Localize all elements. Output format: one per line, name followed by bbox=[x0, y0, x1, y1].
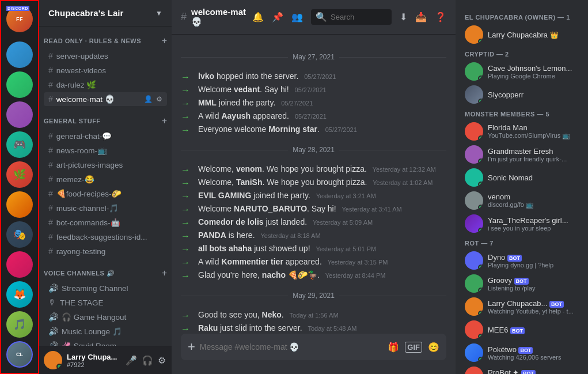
channel-item-food-recipes[interactable]: # 🍕food-recipes-🌮 bbox=[44, 187, 167, 201]
channel-item-memez[interactable]: # memez-😂 bbox=[44, 172, 167, 186]
help-icon[interactable]: ❓ bbox=[435, 12, 446, 22]
channel-item-newest-videos[interactable]: # newest-videos bbox=[44, 63, 167, 77]
member-name: Dyno BOT bbox=[488, 253, 579, 262]
member-item-larry-chupacabra[interactable]: Larry Chupacabra 👑 bbox=[460, 23, 583, 46]
member-item-probot[interactable]: ProBot ✦ BOT Playing !help bbox=[460, 364, 583, 374]
add-channel-button[interactable]: + bbox=[162, 116, 167, 126]
message-arrow-icon: → bbox=[181, 125, 192, 135]
member-name: Slycopperr bbox=[488, 90, 579, 99]
member-avatar bbox=[465, 320, 483, 339]
message-arrow-icon: → bbox=[181, 271, 192, 281]
date-line bbox=[181, 57, 288, 58]
channel-item-music-lounge[interactable]: 🔊 Music Lounge 🎵 bbox=[44, 324, 167, 338]
server-icon[interactable]: 🎭 bbox=[6, 221, 33, 248]
message-row: → all bots ahaha just showed up! Yesterd… bbox=[172, 243, 456, 256]
member-item-cave-johnson[interactable]: Cave Johnson's Lemon... Playing Google C… bbox=[460, 60, 583, 83]
server-icon[interactable]: 🎮 bbox=[6, 131, 33, 158]
category-label: GENERAL STUFF bbox=[44, 118, 101, 124]
message-time: Yesterday at 5:01 PM bbox=[316, 245, 376, 252]
notification-bell-icon[interactable]: 🔔 bbox=[252, 12, 264, 22]
message-content: lvko hopped into the server. 05/27/2021 bbox=[198, 71, 446, 81]
server-icon[interactable] bbox=[6, 71, 33, 98]
server-icon[interactable] bbox=[6, 101, 33, 128]
download-icon[interactable]: ⬇ bbox=[400, 12, 407, 22]
message-arrow-icon: → bbox=[181, 85, 192, 96]
message-content: all bots ahaha just showed up! Yesterday… bbox=[198, 244, 446, 253]
gift-icon[interactable]: 🎁 bbox=[388, 342, 399, 353]
message-content: Welcome, TaniSh. We hope you brought piz… bbox=[198, 177, 446, 187]
add-channel-button[interactable]: + bbox=[162, 268, 167, 278]
member-info: Florida Man YouTube.com/SlumpVirus 📺 bbox=[488, 123, 579, 139]
member-status: Playing Google Chrome bbox=[488, 73, 579, 80]
text-channel-icon: # bbox=[48, 175, 53, 184]
server-icon[interactable] bbox=[6, 191, 33, 218]
settings-button[interactable]: ⚙ bbox=[157, 354, 167, 367]
boost-icon[interactable]: 📌 bbox=[272, 12, 283, 22]
member-name: Pokétwo BOT bbox=[488, 345, 579, 354]
member-name: venom bbox=[488, 192, 579, 201]
channel-item-music-channel[interactable]: # music-channel-🎵 bbox=[44, 201, 167, 215]
member-item-venom[interactable]: venom discord.gg/fo 📺 bbox=[460, 189, 583, 212]
server-icon[interactable]: 🌿 bbox=[6, 161, 33, 188]
channel-item-rayong-testing[interactable]: # rayong-testing bbox=[44, 244, 167, 258]
gif-button[interactable]: GIF bbox=[405, 342, 422, 353]
server-icon[interactable]: 🎵 bbox=[6, 311, 33, 338]
member-status: i see you in your sleep bbox=[488, 225, 579, 232]
channel-name: rayong-testing bbox=[56, 247, 162, 256]
channel-name: welcome-mat 💀 bbox=[56, 95, 141, 104]
member-item-poketwo[interactable]: Pokétwo BOT Watching 426,006 servers bbox=[460, 341, 583, 364]
server-icon[interactable]: CL bbox=[6, 341, 33, 368]
message-time: Yesterday at 12:32 AM bbox=[373, 166, 436, 173]
message-content: Good to see you, Neko. Today at 1:56 AM bbox=[198, 310, 446, 319]
message-row: → lvko hopped into the server. 05/27/202… bbox=[172, 70, 456, 84]
channel-item-art-pictures[interactable]: # art-pictures-images bbox=[44, 158, 167, 172]
member-info: Dyno BOT Playing dyno.gg | ?help bbox=[488, 253, 579, 269]
channel-item-feedback[interactable]: # feedback-suggestions-id... bbox=[44, 230, 167, 244]
channel-item-server-updates[interactable]: # server-updates bbox=[44, 49, 167, 63]
channel-item-welcome-mat[interactable]: # welcome-mat 💀 👤 ⚙ bbox=[44, 92, 167, 106]
member-item-grandmaster-eresh[interactable]: Grandmaster Eresh I'm just your friendly… bbox=[460, 143, 583, 166]
channel-item-news-room[interactable]: # news-room-📺 bbox=[44, 143, 167, 157]
members-icon[interactable]: 👥 bbox=[291, 12, 303, 22]
member-status-dot bbox=[478, 99, 483, 104]
channel-item-the-stage[interactable]: 🎙 THE STAGE bbox=[44, 296, 167, 309]
server-icon[interactable] bbox=[6, 41, 33, 68]
channel-name: bot-commands-🤖 bbox=[56, 218, 162, 227]
search-bar[interactable]: 🔍 bbox=[311, 9, 392, 25]
channel-name: THE STAGE bbox=[60, 299, 162, 307]
channel-name: Music Lounge 🎵 bbox=[62, 327, 162, 336]
channel-item-general-chat[interactable]: # general-chat-💬 bbox=[44, 129, 167, 143]
member-item-florida-man[interactable]: Florida Man YouTube.com/SlumpVirus 📺 bbox=[460, 120, 583, 143]
member-item-mee6[interactable]: MEE6 BOT bbox=[460, 318, 583, 341]
channel-item-da-rulez[interactable]: # da-rulez 🌿 bbox=[44, 78, 167, 92]
text-channel-icon: # bbox=[48, 203, 53, 213]
channel-list: Chupacabra's Lair ▼ READ ONLY · RULES & … bbox=[39, 0, 172, 374]
attach-plus-icon[interactable]: + bbox=[188, 339, 195, 354]
inbox-icon[interactable]: 📥 bbox=[415, 12, 427, 22]
search-input[interactable] bbox=[331, 13, 387, 21]
date-text: May 29, 2021 bbox=[293, 292, 335, 300]
add-channel-button[interactable]: + bbox=[162, 36, 167, 46]
server-icon[interactable] bbox=[6, 251, 33, 278]
voice-channel-icon: 🔊 bbox=[48, 327, 58, 336]
text-channel-icon: # bbox=[48, 218, 53, 227]
server-icon[interactable]: 🦊 bbox=[6, 281, 33, 308]
emoji-icon[interactable]: 😊 bbox=[428, 342, 439, 353]
member-item-groovy[interactable]: Groovy BOT Listening to /play bbox=[460, 272, 583, 295]
channel-item-bot-commands[interactable]: # bot-commands-🤖 bbox=[44, 216, 167, 229]
member-item-larry-bot[interactable]: Larry Chupacab... BOT Watching Youtube, … bbox=[460, 295, 583, 318]
deafen-button[interactable]: 🎧 bbox=[141, 354, 154, 367]
message-arrow-icon: → bbox=[181, 311, 192, 321]
channel-item-game-hangout[interactable]: 🔊 🎧 Game Hangout bbox=[44, 310, 167, 324]
message-row: → MML joined the party. 05/27/2021 bbox=[172, 97, 456, 110]
member-item-slycopperr[interactable]: Slycopperr bbox=[460, 83, 583, 106]
channel-item-streaming[interactable]: 🔊 Streaming Channel bbox=[44, 281, 167, 295]
member-item-sonic-nomad[interactable]: Sonic Nomad bbox=[460, 166, 583, 189]
user-status-dot bbox=[56, 364, 62, 369]
server-header[interactable]: Chupacabra's Lair ▼ bbox=[39, 0, 172, 27]
channel-item-squid-room[interactable]: 🔊 🦑 Squid Room bbox=[44, 339, 167, 346]
mute-button[interactable]: 🎤 bbox=[124, 354, 138, 367]
member-item-yara[interactable]: Yara_TheReaper's girl... i see you in yo… bbox=[460, 212, 583, 235]
member-item-dyno[interactable]: Dyno BOT Playing dyno.gg | ?help bbox=[460, 249, 583, 272]
message-input[interactable] bbox=[200, 342, 383, 352]
